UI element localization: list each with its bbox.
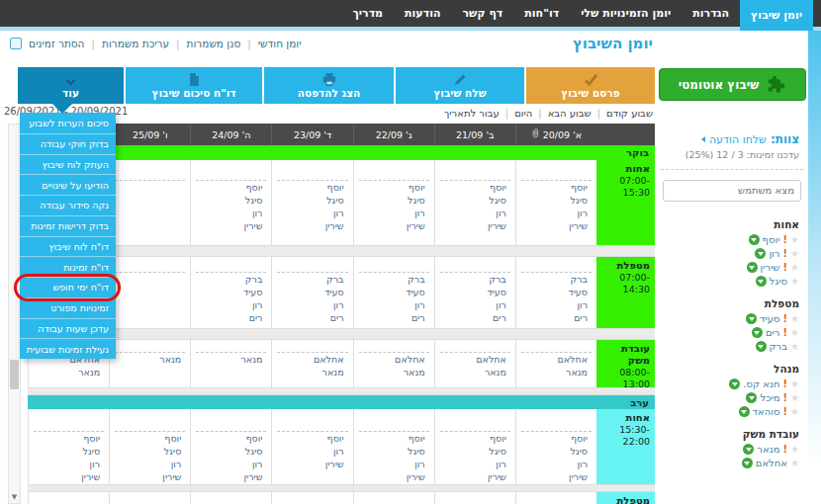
member-name[interactable]: רון (769, 248, 779, 259)
assigned-member[interactable]: יוסף (435, 181, 515, 194)
assigned-member[interactable]: רון (516, 298, 596, 311)
assigned-member[interactable]: רון (435, 298, 515, 311)
menu-item-6[interactable]: בדוק דרישות זמינות (20, 215, 116, 236)
assigned-member[interactable]: ברק (272, 273, 352, 286)
schedule-cell[interactable]: יוסףסיגלרוןשירין (271, 160, 352, 245)
assigned-member[interactable]: רון (354, 298, 434, 311)
schedule-cell[interactable]: יוסףסיגלרוןשירין (353, 160, 434, 245)
assigned-member[interactable]: סיגל (354, 194, 434, 207)
week-nav-link-4[interactable]: עבור לתאריך (444, 108, 500, 119)
member-name[interactable]: ברק (770, 341, 788, 352)
assigned-member[interactable]: אחלאם (435, 353, 515, 366)
assigned-member[interactable]: סעיד (354, 286, 434, 298)
assigned-member[interactable]: רון (191, 298, 271, 311)
assigned-member[interactable]: סיגל (516, 445, 596, 458)
day-header-2[interactable]: ב' 21/09 (434, 124, 515, 145)
schedule-cell[interactable] (28, 492, 109, 504)
assigned-member[interactable]: ברק (516, 273, 596, 286)
assigned-member[interactable]: סעיד (272, 286, 352, 298)
assigned-member[interactable]: שירין (435, 219, 515, 232)
assigned-member[interactable]: רון (435, 207, 515, 219)
menu-item-5[interactable]: נקה סידור עבודה (20, 195, 116, 215)
assigned-member[interactable]: סעיד (435, 286, 515, 298)
assigned-member[interactable]: רון (516, 207, 596, 219)
assigned-member[interactable]: סיגל (435, 445, 515, 458)
schedule-cell[interactable] (109, 257, 190, 328)
assigned-member[interactable]: מנאר (110, 353, 190, 366)
navbar-tab-3[interactable]: יומן הזמינויות שלי (570, 0, 682, 27)
auto-assign-button[interactable]: שיבוץ אוטומטי (659, 68, 806, 101)
subnav-link-1[interactable]: יומן חודשי (258, 38, 302, 49)
favorite-star-icon[interactable]: ★ (790, 392, 799, 403)
assigned-member[interactable]: שירין (191, 470, 271, 483)
scroll-down-arrow-icon[interactable]: ▼ (9, 491, 20, 503)
assigned-member[interactable]: רון (29, 458, 109, 470)
menu-item-3[interactable]: העתק לוח שיבוץ (20, 154, 116, 175)
member-name[interactable]: רים (766, 327, 780, 338)
assigned-member[interactable]: יוסף (191, 432, 271, 445)
day-header-5[interactable]: ה' 24/09 (190, 124, 271, 145)
menu-item-4[interactable]: הודיעו על שינויים (20, 174, 116, 195)
assigned-member[interactable]: רון (516, 458, 596, 470)
favorite-star-icon[interactable]: ★ (790, 248, 799, 259)
assigned-member[interactable]: רון (272, 445, 352, 458)
navbar-tab-7[interactable]: מדריך (341, 0, 394, 27)
assigned-member[interactable]: רים (191, 311, 271, 324)
member-menu-icon[interactable] (756, 341, 767, 352)
schedule-cell[interactable]: אחלאםמנאר (515, 340, 596, 387)
menu-item-7[interactable]: דו"ח לוח שיבוץ (20, 236, 116, 257)
schedule-cell[interactable]: יוסףסיגלרוןשירין (190, 160, 271, 245)
assigned-member[interactable]: יוסף (354, 181, 434, 194)
assigned-member[interactable]: אחלאם (272, 353, 352, 366)
assigned-member[interactable]: רון (191, 207, 271, 219)
subnav-link-3[interactable]: עריכת משמרות (102, 38, 169, 49)
assigned-member[interactable]: רים (272, 311, 352, 324)
member-menu-icon[interactable] (746, 392, 757, 403)
find-user-input[interactable] (663, 180, 801, 202)
assigned-member[interactable]: יוסף (110, 432, 190, 445)
assigned-member[interactable]: שירין (272, 219, 352, 232)
favorite-star-icon[interactable]: ★ (790, 327, 799, 338)
schedule-cell[interactable] (515, 492, 596, 504)
assigned-member[interactable]: רים (354, 311, 434, 324)
assigned-member[interactable]: יוסף (272, 181, 352, 194)
member-name[interactable]: סעיד (760, 313, 779, 324)
schedule-cell[interactable]: אחלאםמנאר (271, 340, 352, 387)
assigned-member[interactable]: רון (272, 298, 352, 311)
menu-item-12[interactable]: נעילת זמינות שבועית (20, 338, 116, 359)
assigned-member[interactable]: יוסף (516, 181, 596, 194)
assigned-member[interactable]: רון (354, 207, 434, 219)
assigned-member[interactable]: מנאר (354, 366, 434, 378)
favorite-star-icon[interactable]: ★ (790, 262, 799, 273)
assigned-member[interactable]: יוסף (272, 432, 352, 445)
assigned-member[interactable]: מנאר (516, 366, 596, 378)
assigned-member[interactable]: רון (110, 458, 190, 470)
schedule-cell[interactable]: יוסףסיגלרוןשירין (190, 409, 271, 484)
navbar-tab-1[interactable]: יומן שיבוץ (740, 0, 813, 31)
schedule-cell[interactable]: יוסףסיגלרוןשירין (515, 409, 596, 484)
schedule-cell[interactable]: מנאר (109, 340, 190, 387)
assigned-member[interactable]: אחלאם (516, 353, 596, 366)
member-name[interactable]: סוהאד (753, 406, 780, 417)
member-name[interactable]: סיגל (770, 276, 788, 287)
assigned-member[interactable]: שירין (354, 219, 434, 232)
assigned-member[interactable]: רון (354, 458, 434, 470)
member-name[interactable]: מיכל (760, 392, 779, 403)
schedule-cell[interactable]: יוסףסיגלרוןשירין (353, 409, 434, 484)
assigned-member[interactable]: שירין (435, 470, 515, 483)
schedule-cell[interactable]: ברקסעידרוןרים (190, 257, 271, 328)
member-menu-icon[interactable] (755, 248, 766, 259)
send-message-link[interactable]: שלחו הודעה (709, 133, 767, 146)
subnav-link-4[interactable]: הסתר זמינים (29, 38, 84, 49)
day-header-1[interactable]: א' 20/09 (515, 124, 596, 145)
assigned-member[interactable]: מנאר (272, 366, 352, 378)
assigned-member[interactable]: ברק (354, 273, 434, 286)
menu-item-8[interactable]: דו"ח זמינות (20, 256, 116, 277)
schedule-cell[interactable]: יוסףסיגלרוןשירין (109, 409, 190, 484)
menu-item-9[interactable]: דו"ח ימי חופש (20, 277, 116, 297)
schedule-cell[interactable]: מנאר (190, 340, 271, 387)
schedule-cell[interactable] (434, 492, 515, 504)
day-header-6[interactable]: ו' 25/09 (109, 124, 190, 145)
member-menu-icon[interactable] (752, 327, 763, 338)
member-menu-icon[interactable] (756, 276, 767, 287)
